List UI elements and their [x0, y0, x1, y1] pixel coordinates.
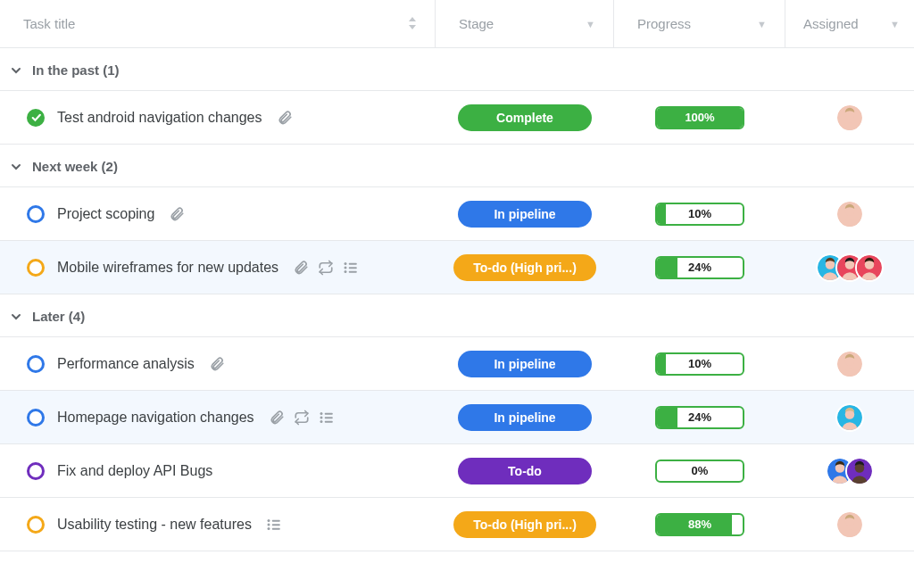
svg-point-4	[345, 262, 347, 265]
col-stage[interactable]: Stage ▼	[436, 0, 614, 47]
progress-label: 10%	[657, 204, 743, 224]
sort-icon[interactable]	[408, 17, 417, 31]
progress-label: 10%	[657, 354, 743, 374]
progress-bar[interactable]: 10%	[655, 352, 744, 376]
task-meta-icons	[266, 517, 282, 533]
attachment-icon[interactable]	[269, 410, 285, 426]
chevron-down-icon[interactable]	[9, 63, 23, 78]
avatar-stack	[835, 104, 864, 132]
avatar[interactable]	[835, 350, 864, 378]
repeat-icon[interactable]	[294, 410, 310, 426]
avatar[interactable]	[835, 200, 864, 228]
stage-badge[interactable]: To-do	[458, 458, 592, 484]
progress-label: 0%	[657, 461, 743, 481]
avatar-stack	[835, 403, 864, 432]
list-icon[interactable]	[319, 410, 335, 426]
progress-bar[interactable]: 100%	[655, 106, 744, 129]
table-row[interactable]: Mobile wireframes for new updatesTo-do (…	[0, 241, 914, 294]
svg-point-30	[267, 519, 270, 522]
task-title[interactable]: Test android navigation changes	[57, 110, 262, 126]
svg-point-34	[267, 527, 270, 530]
svg-rect-9	[349, 270, 357, 272]
stage-badge[interactable]: To-do (High pri...)	[453, 511, 596, 538]
group-header[interactable]: In the past (1)	[0, 48, 914, 91]
status-circle-icon[interactable]	[27, 462, 45, 480]
stage-badge[interactable]: In pipeline	[458, 351, 592, 377]
assigned-cell	[785, 187, 914, 240]
svg-rect-21	[324, 417, 332, 418]
avatar[interactable]	[835, 104, 864, 132]
table-row[interactable]: Usability testing - new featuresTo-do (H…	[0, 498, 914, 551]
chevron-down-icon[interactable]	[9, 310, 23, 324]
chevron-down-icon[interactable]: ▼	[586, 19, 595, 29]
progress-bar[interactable]: 88%	[655, 513, 744, 536]
list-icon[interactable]	[343, 260, 359, 276]
status-circle-icon[interactable]	[27, 355, 45, 373]
col-task-title[interactable]: Task title	[0, 0, 436, 47]
svg-rect-35	[272, 527, 280, 529]
task-title[interactable]: Fix and deploy API Bugs	[57, 463, 212, 479]
task-title[interactable]: Mobile wireframes for new updates	[57, 260, 278, 276]
stage-badge[interactable]: To-do (High pri...)	[453, 254, 596, 281]
stage-badge[interactable]: In pipeline	[458, 404, 592, 431]
task-meta-icons	[269, 410, 335, 426]
attachment-icon[interactable]	[169, 206, 185, 222]
progress-label: 24%	[657, 258, 743, 277]
progress-bar[interactable]: 0%	[655, 460, 744, 483]
status-complete-icon[interactable]	[27, 109, 45, 127]
status-circle-icon[interactable]	[27, 259, 45, 277]
table-row[interactable]: Test android navigation changesComplete1…	[0, 91, 914, 145]
stage-badge[interactable]: Complete	[458, 104, 592, 131]
col-progress[interactable]: Progress ▼	[614, 0, 785, 47]
task-title-cell: Usability testing - new features	[0, 498, 436, 551]
chevron-down-icon[interactable]	[9, 160, 23, 174]
task-meta-icons	[209, 356, 225, 372]
task-title-cell: Project scoping	[0, 187, 436, 240]
svg-rect-23	[324, 420, 332, 422]
task-title-cell: Performance analysis	[0, 337, 436, 390]
progress-bar[interactable]: 24%	[655, 256, 744, 279]
avatar[interactable]	[855, 253, 884, 282]
task-title[interactable]: Performance analysis	[57, 356, 195, 372]
avatar-stack	[835, 200, 864, 228]
svg-rect-33	[272, 524, 280, 526]
svg-rect-7	[349, 267, 357, 269]
task-title-cell: Mobile wireframes for new updates	[0, 241, 436, 294]
attachment-icon[interactable]	[277, 110, 293, 126]
attachment-icon[interactable]	[293, 260, 309, 276]
repeat-icon[interactable]	[318, 260, 334, 276]
progress-bar[interactable]: 24%	[655, 406, 744, 429]
chevron-down-icon[interactable]: ▼	[890, 19, 900, 29]
attachment-icon[interactable]	[209, 356, 225, 372]
status-circle-icon[interactable]	[27, 516, 45, 534]
group-header[interactable]: Next week (2)	[0, 145, 914, 187]
table-row[interactable]: Fix and deploy API BugsTo-do0%	[0, 444, 914, 498]
status-circle-icon[interactable]	[27, 205, 45, 223]
task-meta-icons	[293, 260, 359, 276]
col-assigned[interactable]: Assigned ▼	[785, 0, 914, 47]
avatar-stack	[816, 253, 884, 282]
group-header[interactable]: Later (4)	[0, 294, 914, 337]
chevron-down-icon[interactable]: ▼	[757, 19, 767, 29]
task-title[interactable]: Homepage navigation changes	[57, 410, 254, 426]
group-label: Next week (2)	[32, 159, 118, 174]
avatar[interactable]	[845, 457, 874, 485]
status-circle-icon[interactable]	[27, 409, 45, 427]
avatar[interactable]	[835, 403, 864, 432]
task-title[interactable]: Project scoping	[57, 206, 154, 222]
progress-bar[interactable]: 10%	[655, 203, 744, 226]
stage-cell: In pipeline	[436, 337, 614, 390]
avatar[interactable]	[835, 510, 864, 539]
svg-point-32	[267, 523, 270, 526]
stage-badge[interactable]: In pipeline	[458, 201, 592, 228]
svg-point-8	[345, 270, 347, 273]
table-row[interactable]: Performance analysisIn pipeline10%	[0, 337, 914, 391]
svg-point-22	[320, 420, 322, 423]
task-title[interactable]: Usability testing - new features	[57, 517, 252, 533]
list-icon[interactable]	[266, 517, 282, 533]
stage-cell: To-do (High pri...)	[436, 498, 614, 551]
svg-point-6	[345, 266, 347, 269]
table-row[interactable]: Homepage navigation changesIn pipeline24…	[0, 391, 914, 444]
table-row[interactable]: Project scopingIn pipeline10%	[0, 187, 914, 241]
task-title-cell: Homepage navigation changes	[0, 391, 436, 443]
